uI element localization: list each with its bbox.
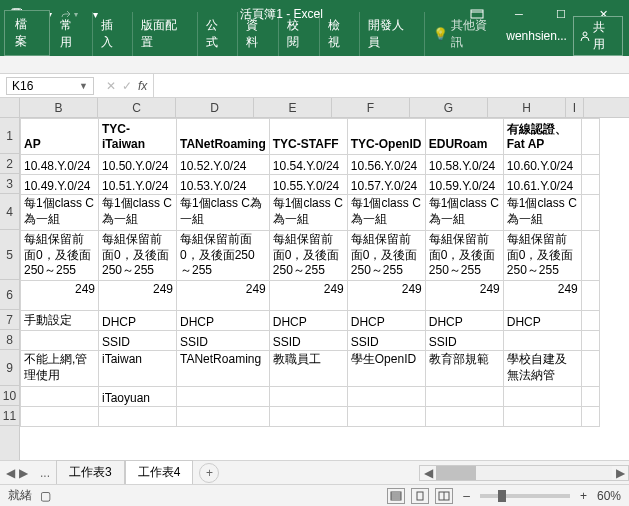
tell-me[interactable]: 💡 其他資訊 xyxy=(425,12,506,56)
cell[interactable]: 10.48.Y.0/24 xyxy=(21,155,99,175)
cell[interactable]: 每組保留前面0，及後面250～255 xyxy=(21,231,99,281)
zoom-out-icon[interactable]: – xyxy=(463,489,470,503)
user-account[interactable]: wenhsien... xyxy=(506,29,567,43)
cell[interactable]: iTaiwan xyxy=(99,351,177,387)
cell[interactable] xyxy=(503,331,581,351)
row-header[interactable]: 8 xyxy=(0,330,19,350)
sheet-nav-next-icon[interactable]: ▶ xyxy=(19,466,28,480)
cell[interactable] xyxy=(503,407,581,427)
ribbon-tab[interactable]: 插入 xyxy=(93,12,134,56)
cell[interactable]: DHCP xyxy=(425,311,503,331)
cell[interactable]: 249 xyxy=(269,281,347,311)
cell[interactable] xyxy=(21,387,99,407)
fx-icon[interactable]: fx xyxy=(138,79,147,93)
cell[interactable] xyxy=(269,387,347,407)
cell[interactable]: 249 xyxy=(177,281,270,311)
cell[interactable]: 每1個class C為一組 xyxy=(425,195,503,231)
cell[interactable]: SSID xyxy=(269,331,347,351)
cell-grid[interactable]: APTYC-iTaiwanTANetRoamingTYC-STAFFTYC-Op… xyxy=(20,118,600,427)
page-break-view-icon[interactable] xyxy=(435,488,453,504)
cell[interactable]: 249 xyxy=(425,281,503,311)
cell[interactable] xyxy=(581,311,599,331)
cell[interactable]: SSID xyxy=(425,331,503,351)
cell[interactable]: 不能上網,管理使用 xyxy=(21,351,99,387)
cell[interactable]: 10.53.Y.0/24 xyxy=(177,175,270,195)
ribbon-tab[interactable]: 資料 xyxy=(238,12,279,56)
row-header[interactable]: 3 xyxy=(0,174,19,194)
cell[interactable] xyxy=(581,387,599,407)
cell[interactable] xyxy=(581,331,599,351)
scroll-left-icon[interactable]: ◀ xyxy=(420,466,436,480)
cell[interactable]: TANetRoaming xyxy=(177,119,270,155)
cell[interactable]: 每1個class C為一組 xyxy=(99,195,177,231)
cell[interactable]: 10.54.Y.0/24 xyxy=(269,155,347,175)
cell[interactable]: 10.59.Y.0/24 xyxy=(425,175,503,195)
cell[interactable]: 10.49.Y.0/24 xyxy=(21,175,99,195)
cell[interactable] xyxy=(347,387,425,407)
sheet-nav-prev-icon[interactable]: ◀ xyxy=(6,466,15,480)
cell[interactable] xyxy=(581,231,599,281)
row-header[interactable]: 10 xyxy=(0,386,19,406)
cell[interactable] xyxy=(21,331,99,351)
row-header[interactable]: 2 xyxy=(0,154,19,174)
row-header[interactable]: 1 xyxy=(0,118,19,154)
row-header[interactable]: 6 xyxy=(0,280,19,310)
cell[interactable]: 每組保留前面0，及後面250～255 xyxy=(177,231,270,281)
cell[interactable]: DHCP xyxy=(269,311,347,331)
column-header[interactable]: I xyxy=(566,98,584,117)
cell[interactable]: 每1個class C為一組 xyxy=(269,195,347,231)
sheet-tab[interactable]: 工作表4 xyxy=(125,460,194,486)
cell[interactable]: 每1個class C為一組 xyxy=(21,195,99,231)
cell[interactable]: 249 xyxy=(99,281,177,311)
select-all-corner[interactable] xyxy=(0,98,20,117)
cell[interactable] xyxy=(581,407,599,427)
cell[interactable]: 249 xyxy=(21,281,99,311)
column-header[interactable]: G xyxy=(410,98,488,117)
cell[interactable] xyxy=(425,407,503,427)
cell[interactable] xyxy=(21,407,99,427)
ribbon-tab[interactable]: 公式 xyxy=(198,12,239,56)
cell[interactable]: 學校自建及無法納管 xyxy=(503,351,581,387)
column-header[interactable]: B xyxy=(20,98,98,117)
cell[interactable]: 10.57.Y.0/24 xyxy=(347,175,425,195)
row-header[interactable]: 4 xyxy=(0,194,19,230)
ribbon-tab[interactable]: 開發人員 xyxy=(360,12,424,56)
cell[interactable]: 每組保留前面0，及後面250～255 xyxy=(347,231,425,281)
cell[interactable]: 每1個class C為一組 xyxy=(177,195,270,231)
cell[interactable]: AP xyxy=(21,119,99,155)
scroll-right-icon[interactable]: ▶ xyxy=(612,466,628,480)
chevron-down-icon[interactable]: ▼ xyxy=(79,81,88,91)
cell[interactable]: SSID xyxy=(99,331,177,351)
cell[interactable]: TYC-OpenID xyxy=(347,119,425,155)
cell[interactable]: EDURoam xyxy=(425,119,503,155)
cell[interactable]: 每1個class C為一組 xyxy=(347,195,425,231)
cell[interactable]: 249 xyxy=(347,281,425,311)
cell[interactable]: DHCP xyxy=(503,311,581,331)
ribbon-tab[interactable]: 版面配置 xyxy=(133,12,197,56)
column-header[interactable]: D xyxy=(176,98,254,117)
name-box[interactable]: K16 ▼ xyxy=(6,77,94,95)
cell[interactable]: 有線認證、Fat AP xyxy=(503,119,581,155)
cell[interactable]: 10.61.Y.0/24 xyxy=(503,175,581,195)
cell[interactable]: 教職員工 xyxy=(269,351,347,387)
horizontal-scrollbar[interactable]: ◀ ▶ xyxy=(419,465,629,481)
column-header[interactable]: C xyxy=(98,98,176,117)
cell[interactable]: 10.51.Y.0/24 xyxy=(99,175,177,195)
cell[interactable] xyxy=(425,387,503,407)
cell[interactable]: 10.56.Y.0/24 xyxy=(347,155,425,175)
row-header[interactable]: 7 xyxy=(0,310,19,330)
cell[interactable]: 手動設定 xyxy=(21,311,99,331)
row-header[interactable]: 9 xyxy=(0,350,19,386)
cell[interactable] xyxy=(177,387,270,407)
cell[interactable]: 教育部規範 xyxy=(425,351,503,387)
row-header[interactable]: 11 xyxy=(0,406,19,426)
share-button[interactable]: 共用 xyxy=(573,16,623,56)
cell[interactable]: 10.58.Y.0/24 xyxy=(425,155,503,175)
macro-record-icon[interactable]: ▢ xyxy=(40,489,51,503)
normal-view-icon[interactable] xyxy=(387,488,405,504)
cell[interactable] xyxy=(99,407,177,427)
zoom-slider[interactable] xyxy=(480,494,570,498)
file-tab[interactable]: 檔案 xyxy=(4,10,50,56)
cell[interactable]: SSID xyxy=(347,331,425,351)
cell[interactable]: TYC-STAFF xyxy=(269,119,347,155)
